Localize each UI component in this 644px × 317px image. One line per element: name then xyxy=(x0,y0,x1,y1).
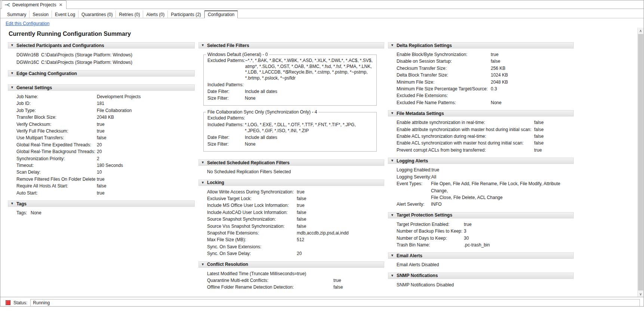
row-label: Alert Severity: xyxy=(397,201,431,208)
config-row: Job ID: 181 xyxy=(16,100,194,107)
collapse-arrow-icon: ▼ xyxy=(391,254,394,257)
edit-configuration-link[interactable]: Edit this Configuration xyxy=(6,21,49,26)
collapse-arrow-icon: ▼ xyxy=(201,44,204,47)
section-header-email-alerts[interactable]: ▼ Email Alerts xyxy=(388,252,574,259)
row-label: Sync. On Save Extensions: xyxy=(207,243,297,250)
row-label: Source Vss Snapshot Synchronization: xyxy=(207,223,297,230)
config-row: Enable attribute synchronization in real… xyxy=(397,119,573,126)
tab-participants[interactable]: Participants (2) xyxy=(168,10,204,18)
config-row: Include MS Office User Lock Information:… xyxy=(207,202,383,209)
row-label: Disable on Session Startup: xyxy=(397,58,491,65)
section-edge-caching: ▼ Edge Caching Configuration xyxy=(8,70,195,81)
participant-host: DGWin16B xyxy=(16,51,41,59)
section-header-delta-replication[interactable]: ▼ Delta Replication Settings xyxy=(388,42,574,49)
collapse-arrow-icon: ▼ xyxy=(10,86,14,89)
scroll-up-icon[interactable]: ∧ xyxy=(638,28,644,34)
section-header-scheduled-replication-filters[interactable]: ▼ Selected Scheduled Replication Filters xyxy=(198,159,384,166)
config-row: Allow Write Access During Synchronizatio… xyxy=(207,189,383,195)
section-header-conflict-resolution[interactable]: ▼ Conflict Resolution xyxy=(198,261,384,268)
config-row: Remove Filtered Files On Folder Delete t… xyxy=(16,176,194,183)
section-conflict-resolution: ▼ Conflict Resolution Latest Modified Ti… xyxy=(198,261,384,292)
section-header-edge-caching[interactable]: ▼ Edge Caching Configuration xyxy=(8,70,195,77)
section-header-logging-alerts[interactable]: ▼ Logging Alerts xyxy=(388,158,574,164)
row-label: Delta Block Transfer Size: xyxy=(397,72,491,78)
row-value: false xyxy=(534,126,543,133)
filter-group-title: Windows Default (General) - 0 xyxy=(206,52,269,57)
row-value: true xyxy=(97,128,105,134)
row-value: INFO xyxy=(431,201,442,208)
section-email-alerts: ▼ Email Alerts Email Alerts Disabled xyxy=(388,252,574,269)
filter-group-sync-only: File Collaboration Sync Only (Synchroniz… xyxy=(203,109,377,152)
config-row: Minimum File Size: 2048 KB xyxy=(397,79,573,86)
row-label: Sync. On Save Delay: xyxy=(207,250,297,257)
section-header-snmp-notifications[interactable]: ▼ SNMP Notifications xyxy=(388,273,574,279)
section-title: Target Protection Settings xyxy=(397,212,452,218)
section-selected-participants: ▼ Selected Participants and Configuratio… xyxy=(8,42,195,67)
status-input[interactable]: Running xyxy=(30,299,640,307)
section-title: Selected Scheduled Replication Filters xyxy=(207,160,290,165)
row-label: Source Snapshot Synchronization: xyxy=(207,216,297,223)
row-label: Included Patterns: xyxy=(207,122,245,128)
section-selected-file-filters: ▼ Selected File Filters Windows Default … xyxy=(198,42,384,156)
row-label: Checksum Transfer Size: xyxy=(397,65,491,72)
config-row: Offline Folder Rename Detection Detectio… xyxy=(207,284,383,290)
row-value: 2 xyxy=(97,155,99,162)
tab-retries[interactable]: Retries (0) xyxy=(116,10,143,18)
row-value: false xyxy=(534,140,543,146)
tab-session[interactable]: Session xyxy=(30,10,52,18)
config-row: Excluded File Name Patterns: None xyxy=(397,99,573,106)
section-header-file-metadata[interactable]: ▼ File Metadata Settings xyxy=(388,110,574,116)
config-row: Disable on Session Startup: false xyxy=(397,58,573,65)
vertical-scrollbar[interactable]: ∧ ∨ xyxy=(637,28,644,297)
row-value: *.LOG, *.EXE, *.DLL, *.OTF, *.TTF, *.FNT… xyxy=(245,122,373,134)
row-label: Require All Hosts At Start: xyxy=(16,183,97,189)
close-icon[interactable]: ✕ xyxy=(58,3,63,7)
section-header-locking[interactable]: ▼ Locking xyxy=(198,180,384,186)
row-value: 512 xyxy=(297,236,304,243)
target-protection-rows: Target Protection Enabled: true Number o… xyxy=(388,218,574,249)
section-header-general-settings[interactable]: ▼ General Settings xyxy=(8,84,195,91)
config-row: Source Snapshot Synchronization: false xyxy=(207,216,383,223)
row-value: 0.3 xyxy=(491,86,497,92)
section-header-selected-file-filters[interactable]: ▼ Selected File Filters xyxy=(198,42,384,49)
tab-quarantines[interactable]: Quarantines (0) xyxy=(78,10,116,18)
row-label: Verify Full File Checksum: xyxy=(16,128,97,134)
tab-alerts[interactable]: Alerts (0) xyxy=(143,10,168,18)
tab-summary[interactable]: Summary xyxy=(4,10,30,18)
link-row: Edit this Configuration xyxy=(0,18,644,28)
section-scheduled-replication-filters: ▼ Selected Scheduled Replication Filters… xyxy=(198,159,384,176)
section-header-target-protection[interactable]: ▼ Target Protection Settings xyxy=(388,212,574,218)
row-value: true xyxy=(97,121,105,128)
summary-grid: ▼ Selected Participants and Configuratio… xyxy=(8,42,637,295)
config-row: Job Name: Development Projects xyxy=(16,93,194,100)
scrollbar-thumb[interactable] xyxy=(638,34,643,290)
tab-event-log[interactable]: Event Log xyxy=(52,10,78,18)
row-value: true xyxy=(491,51,499,58)
filter-group-rows: Excluded Patterns: Included Patterns: *.… xyxy=(207,115,373,147)
row-label: Verify Checksum: xyxy=(16,121,97,128)
config-row: Timeout: 180 Seconds xyxy=(16,162,194,169)
row-value: false xyxy=(297,209,306,216)
file-metadata-rows: Enable attribute synchronization in real… xyxy=(388,116,574,154)
filter-group-rows: Excluded Patterns: ~*.*, *.BAK, *.BCK, *… xyxy=(207,58,373,102)
status-label: Status: xyxy=(13,300,27,305)
section-title: Edge Caching Configuration xyxy=(16,71,77,76)
filter-group-title: File Collaboration Sync Only (Synchroniz… xyxy=(206,109,318,115)
row-label: Enable attribute synchronization with ma… xyxy=(397,126,534,133)
section-logging-alerts: ▼ Logging Alerts Logging Enabled: true xyxy=(388,158,574,208)
scroll-down-icon[interactable]: ∨ xyxy=(638,291,644,297)
tab-configuration[interactable]: Configuration xyxy=(204,10,238,18)
config-row: Excluded File Extensions: xyxy=(397,92,573,99)
section-title: Conflict Resolution xyxy=(207,262,248,267)
config-row: Size Filter: None xyxy=(207,96,373,102)
section-snmp-notifications: ▼ SNMP Notifications SNMP Notifications … xyxy=(388,273,574,289)
editor-tab-development-projects[interactable]: Development Projects ✕ xyxy=(1,0,67,9)
row-label: Global Real-Time Background Threads: xyxy=(16,148,97,155)
section-header-tags[interactable]: ▼ Tags xyxy=(8,201,195,207)
section-header-selected-participants[interactable]: ▼ Selected Participants and Configuratio… xyxy=(8,42,195,49)
config-row: Snapshot File Extensions: mdb,accdb,zip,… xyxy=(207,230,383,236)
filter-group-windows-default: Windows Default (General) - 0 Excluded P… xyxy=(203,52,377,106)
row-value: true xyxy=(97,176,105,183)
participant-path: C:\Data\Projects (Storage Platform: Wind… xyxy=(41,51,132,59)
collapse-arrow-icon: ▼ xyxy=(391,159,394,162)
